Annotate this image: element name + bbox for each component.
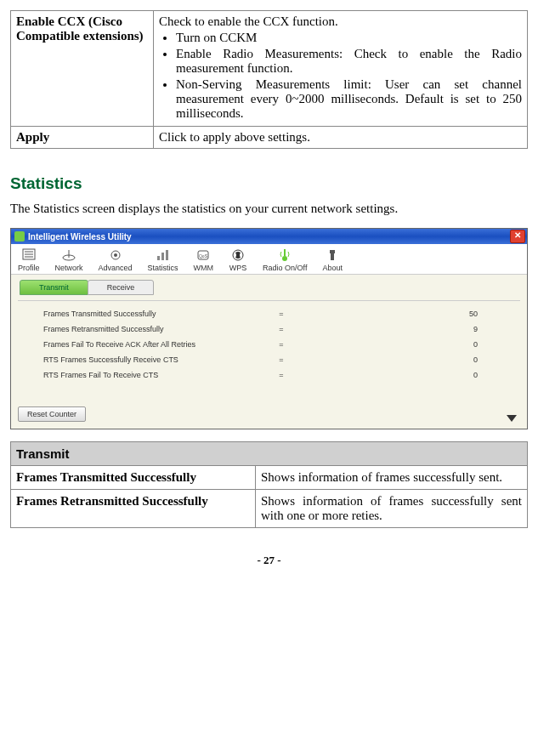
- tab-transmit[interactable]: Transmit: [20, 280, 88, 295]
- statistics-label: Statistics: [148, 264, 178, 272]
- wps-icon: [229, 247, 247, 263]
- frames-transmitted-label: Frames Transmitted Successfully: [11, 466, 256, 490]
- transmit-table-header: Transmit: [11, 442, 528, 466]
- stat-row: RTS Frames Successfully Receive CTS = 0: [43, 352, 503, 367]
- statistics-screenshot: Intelligent Wireless Utility ✕ Profile N…: [10, 228, 528, 429]
- stat-value: 0: [298, 355, 503, 364]
- stat-value: 0: [298, 340, 503, 349]
- apply-description: Click to apply above settings.: [154, 127, 528, 149]
- stat-value: 50: [298, 310, 503, 318]
- ccx-bullet-cckm: Turn on CCKM: [176, 31, 522, 45]
- stat-label: RTS Frames Fail To Receive CTS: [43, 371, 264, 379]
- stat-row: RTS Frames Fail To Receive CTS = 0: [43, 367, 503, 383]
- close-button[interactable]: ✕: [510, 230, 525, 243]
- apply-label: Apply: [11, 127, 154, 149]
- stat-label: Frames Fail To Receive ACK After All Ret…: [43, 340, 264, 349]
- screenshot-bottom-bar: Reset Counter: [11, 391, 527, 429]
- wmm-label: WMM: [194, 264, 214, 272]
- app-icon: [14, 231, 25, 242]
- scroll-down-icon[interactable]: [507, 415, 517, 422]
- toolbar-statistics[interactable]: Statistics: [148, 247, 178, 272]
- statistics-intro: The Statistics screen displays the stati…: [10, 202, 528, 216]
- equals-sign: =: [264, 325, 298, 333]
- stat-label: Frames Retransmitted Successfully: [43, 325, 264, 333]
- svg-rect-17: [331, 253, 334, 260]
- wps-label: WPS: [229, 264, 247, 272]
- tab-receive[interactable]: Receive: [88, 280, 155, 295]
- reset-counter-button[interactable]: Reset Counter: [18, 406, 86, 422]
- network-icon: [59, 247, 78, 263]
- about-label: About: [322, 264, 343, 272]
- stat-label: Frames Transmitted Successfully: [43, 310, 264, 318]
- statistics-list: Frames Transmitted Successfully = 50 Fra…: [18, 300, 520, 391]
- svg-rect-10: [166, 250, 168, 260]
- transmit-description-table: Transmit Frames Transmitted Successfully…: [10, 441, 528, 528]
- svg-rect-9: [161, 253, 164, 260]
- radio-label: Radio On/Off: [263, 264, 307, 272]
- ccx-bullet-radio-measurements: Enable Radio Measurements: Check to enab…: [176, 47, 522, 76]
- stat-row: Frames Fail To Receive ACK After All Ret…: [43, 337, 503, 352]
- profile-label: Profile: [18, 264, 40, 272]
- ccx-intro-text: Check to enable the CCX function.: [159, 14, 338, 28]
- radio-icon: [275, 247, 294, 263]
- statistics-heading: Statistics: [10, 174, 528, 193]
- ccx-bullet-non-serving: Non-Serving Measurements limit: User can…: [176, 77, 522, 121]
- advanced-label: Advanced: [99, 264, 133, 272]
- network-label: Network: [55, 264, 83, 272]
- wmm-icon: QoS: [194, 247, 212, 263]
- stat-row: Frames Retransmitted Successfully = 9: [43, 321, 503, 337]
- window-title: Intelligent Wireless Utility: [28, 232, 132, 242]
- svg-rect-8: [157, 256, 160, 260]
- stat-value: 9: [298, 325, 503, 333]
- statistics-icon: [154, 247, 173, 263]
- equals-sign: =: [264, 310, 298, 318]
- frames-retransmitted-label: Frames Retransmitted Successfully: [11, 490, 256, 528]
- toolbar-wps[interactable]: WPS: [229, 247, 247, 272]
- frames-retransmitted-desc: Shows information of frames successfully…: [256, 490, 528, 528]
- profile-icon: [20, 247, 38, 263]
- subtab-bar: Transmit Receive: [11, 275, 527, 300]
- equals-sign: =: [264, 340, 298, 349]
- svg-text:QoS: QoS: [199, 253, 208, 259]
- equals-sign: =: [264, 355, 298, 364]
- main-toolbar: Profile Network Advanced Statistics QoS …: [11, 244, 527, 275]
- svg-point-7: [114, 253, 117, 257]
- svg-point-14: [282, 256, 287, 261]
- toolbar-wmm[interactable]: QoS WMM: [194, 247, 214, 272]
- stat-value: 0: [298, 371, 503, 379]
- ccx-settings-table: Enable CCX (Cisco Compatible extensions)…: [10, 10, 528, 149]
- page-number: - 27 -: [10, 554, 528, 567]
- equals-sign: =: [264, 371, 298, 379]
- toolbar-network[interactable]: Network: [55, 247, 83, 272]
- stat-row: Frames Transmitted Successfully = 50: [43, 306, 503, 321]
- svg-rect-16: [330, 250, 335, 253]
- about-icon: [323, 247, 342, 263]
- toolbar-advanced[interactable]: Advanced: [99, 247, 133, 272]
- toolbar-about[interactable]: About: [322, 247, 343, 272]
- window-titlebar: Intelligent Wireless Utility ✕: [11, 229, 527, 244]
- enable-ccx-label: Enable CCX (Cisco Compatible extensions): [11, 11, 154, 127]
- stat-label: RTS Frames Successfully Receive CTS: [43, 355, 264, 364]
- toolbar-radio[interactable]: Radio On/Off: [263, 247, 307, 272]
- frames-transmitted-desc: Shows information of frames successfully…: [256, 466, 528, 490]
- toolbar-profile[interactable]: Profile: [18, 247, 40, 272]
- enable-ccx-description: Check to enable the CCX function. Turn o…: [154, 11, 528, 127]
- advanced-icon: [106, 247, 125, 263]
